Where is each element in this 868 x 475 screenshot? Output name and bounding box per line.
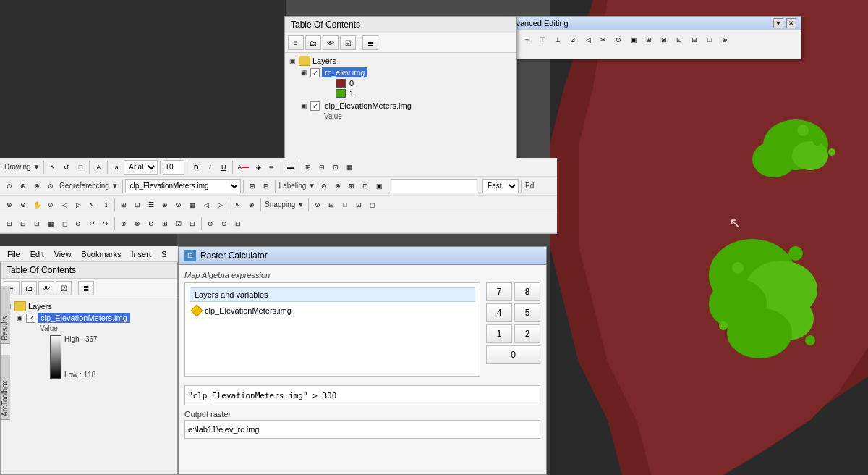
layer1-expand-btn[interactable]: ▣ [299,68,308,77]
menu-insert[interactable]: Insert [127,248,156,260]
adv-tool-3[interactable]: ⊤ [535,33,550,47]
adv-close-button[interactable]: ✕ [786,18,796,28]
zoom-in-btn[interactable]: ⊕ [3,198,16,212]
pan-btn[interactable]: ✋ [30,198,43,212]
arctoolbox-tab[interactable]: ArcToolbox [0,355,10,420]
snap-4[interactable]: ⊡ [352,198,365,212]
georef-icon4[interactable]: ⊙ [44,179,57,193]
georef-tool-2[interactable]: ⊟ [260,179,273,193]
menu-edit[interactable]: Edit [26,248,48,260]
nav-6[interactable]: ⊕ [158,198,171,212]
nav-3[interactable]: ⊞ [117,198,130,212]
menu-bookmarks[interactable]: Bookmarks [77,248,125,260]
layer-select-dropdown[interactable]: clp_ElevationMeters.img [125,179,241,193]
advanced-editing-titlebar[interactable]: Advanced Editing ▼ ✕ [502,17,801,30]
ex-8[interactable]: ↪ [99,217,112,231]
toc-b-source-btn[interactable]: 🗂 [21,281,37,295]
nav-8[interactable]: ▦ [186,198,199,212]
rect-tool[interactable]: □ [74,160,87,175]
font-color-btn[interactable]: A [235,160,251,175]
rotate-tool[interactable]: ↺ [60,160,73,175]
ex-14[interactable]: ⊟ [186,217,199,231]
snap-1[interactable]: ⊙ [311,198,324,212]
georef-icon[interactable]: ⊙ [3,179,16,193]
adv-tool-12[interactable]: ⊡ [672,33,686,47]
menu-s[interactable]: S [157,248,171,260]
text-tool[interactable]: A [92,160,105,175]
layer2-expand-btn[interactable]: ▣ [299,101,308,110]
adv-tool-10[interactable]: ⊞ [642,33,656,47]
identify-tool[interactable]: ℹ [99,198,112,212]
snap-5[interactable]: ◻ [366,198,379,212]
adv-tool-7[interactable]: ✂ [596,33,610,47]
num-7[interactable]: 7 [486,282,512,301]
highlight-btn[interactable]: ◈ [252,160,265,175]
ex-6[interactable]: ⊙ [72,217,85,231]
nav-4[interactable]: ⊡ [131,198,144,212]
ex-7[interactable]: ↩ [85,217,98,231]
snap-3[interactable]: □ [339,198,352,212]
snap-2[interactable]: ⊞ [325,198,338,212]
adv-tool-2[interactable]: ⊣ [520,33,535,47]
underline-button[interactable]: U [217,160,230,175]
toc-b-extra-btn[interactable]: ≣ [78,281,94,295]
nav-10[interactable]: ▷ [213,198,226,212]
adv-tool-9[interactable]: ▣ [626,33,641,47]
label-tool-1[interactable]: ⊙ [318,179,331,193]
back-btn[interactable]: ◁ [58,198,71,212]
adv-tool-5[interactable]: ⊿ [566,33,580,47]
search-input[interactable] [391,179,477,193]
num-8[interactable]: 8 [514,282,540,301]
bold-button[interactable]: B [190,160,203,175]
layer1-label[interactable]: rc_elev.img [322,67,367,77]
adv-tool-8[interactable]: ⊙ [611,33,626,47]
zoom-out-btn[interactable]: ⊖ [17,198,30,212]
ex-11[interactable]: ⊙ [145,217,158,231]
georef-tool-1[interactable]: ⊞ [246,179,259,193]
ex-1[interactable]: ⊞ [3,217,16,231]
labeling-label[interactable]: Labeling ▼ [278,182,318,190]
raster-calc-titlebar[interactable]: ⊞ Raster Calculator [179,247,546,265]
label-tool-3[interactable]: ⊞ [345,179,358,193]
menu-file[interactable]: File [3,248,25,260]
adv-tool-4[interactable]: ⊥ [550,33,565,47]
nav-5[interactable]: ☰ [145,198,158,212]
ex-5[interactable]: ◻ [58,217,71,231]
fill-btn[interactable]: ▬ [284,160,297,175]
extra-2[interactable]: ▦ [343,160,356,175]
b-layer1-expand-btn[interactable]: ▣ [15,314,24,322]
pointer-tool[interactable]: ↖ [46,160,59,175]
nav-12[interactable]: ⊕ [245,198,258,212]
nav-9[interactable]: ◁ [200,198,213,212]
layer2-checkbox[interactable]: ✓ [310,101,320,111]
num-0[interactable]: 0 [486,345,540,364]
num-5[interactable]: 5 [514,303,540,322]
speed-dropdown[interactable]: Fast [482,179,519,193]
toc-source-btn[interactable]: 🗂 [305,35,321,50]
georef-icon2[interactable]: ⊕ [17,179,30,193]
toc-b-vis-btn[interactable]: 👁 [38,281,54,295]
toc-extra-btn[interactable]: ≣ [362,35,378,50]
num-1[interactable]: 1 [486,324,512,343]
adv-tool-11[interactable]: ⊠ [657,33,671,47]
adv-tool-15[interactable]: ⊕ [718,33,732,47]
drawing-label[interactable]: Drawing ▼ [3,163,41,171]
snapping-label[interactable]: Snapping ▼ [263,201,306,209]
b-layer1-checkbox[interactable]: ✓ [26,314,35,323]
font-btn[interactable]: a [110,160,123,175]
adv-tool-6[interactable]: ◁ [581,33,595,47]
num-2[interactable]: 2 [514,324,540,343]
font-size-input[interactable] [163,160,184,175]
ex-16[interactable]: ⊙ [218,217,231,231]
layer2-label[interactable]: clp_ElevationMeters.img [322,101,414,111]
zoom-out-btn2[interactable]: ⊟ [315,160,328,175]
zoom-in-btn2[interactable]: ⊞ [302,160,315,175]
toc-sel-btn[interactable]: ☑ [340,35,356,50]
layer1-checkbox[interactable]: ✓ [310,68,320,77]
adv-minimize-button[interactable]: ▼ [773,18,783,28]
label-tool-4[interactable]: ⊡ [359,179,372,193]
num-4[interactable]: 4 [486,303,512,322]
ex-13[interactable]: ☑ [172,217,185,231]
ex-17[interactable]: ⊡ [231,217,244,231]
select-tool[interactable]: ↖ [85,198,98,212]
